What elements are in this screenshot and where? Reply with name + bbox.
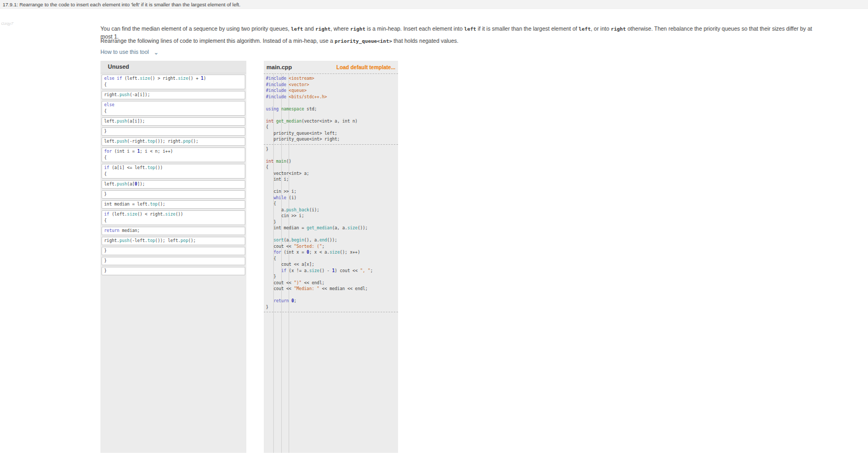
code-block[interactable]: right.push(-left.top()); left.pop(); [101, 237, 245, 245]
code-line: right.push(-left.top()); left.pop(); [104, 238, 243, 244]
code-line: while (i) [266, 195, 398, 201]
code-block[interactable]: else if (left.size() > right.size() + 1)… [101, 75, 245, 89]
inline-code: priority_queue<int> [335, 38, 392, 44]
code-line [266, 292, 398, 299]
code-block[interactable]: else{ [101, 101, 245, 116]
code-line: else if (left.size() > right.size() + 1) [104, 76, 243, 82]
code-block[interactable]: left.push(-right.top()); right.pop(); [101, 137, 245, 146]
code-line: using namespace std; [266, 106, 398, 113]
code-line [266, 231, 398, 238]
code-line: return 0; [266, 298, 398, 304]
code-line: return median; [104, 228, 243, 234]
code-line: cin >> i; [266, 189, 398, 195]
code-block[interactable]: } [101, 257, 245, 265]
inline-code: right [350, 26, 366, 32]
code-line: a.push_back(i); [266, 207, 398, 213]
code-line: } [104, 191, 243, 198]
inline-code: left [464, 26, 476, 32]
how-to-use-toggle[interactable]: How to use this tool⌄ [100, 49, 159, 55]
code-line: left.push(-right.top()); right.pop(); [104, 138, 243, 145]
watermark: Gzqy7 [1, 21, 13, 26]
editor-header: main.cpp Load default template... [264, 61, 398, 73]
code-line: cout << ")" << endl; [266, 280, 398, 286]
activity-title: 17.9.1: Rearrange to the code to insert … [3, 2, 241, 7]
code-line: if (left.size() < right.size()) [104, 211, 243, 218]
chevron-down-icon: ⌄ [154, 49, 159, 56]
editor-panel: main.cpp Load default template... #inclu… [264, 61, 398, 453]
code-line: } [104, 248, 243, 254]
code-line: #include <bits/stdc++.h> [266, 94, 398, 100]
code-line: int median = left.top(); [104, 201, 243, 208]
code-block[interactable]: left.push(a[i]); [101, 117, 245, 126]
code-block[interactable]: if (a[i] <= left.top()){ [101, 164, 245, 179]
code-line: for (int x = 0; x < a.size(); x++) [266, 249, 398, 256]
code-line [266, 100, 398, 106]
how-to-use-label: How to use this tool [100, 49, 149, 55]
text-segment: and [303, 25, 315, 32]
code-line: if (a[i] <= left.top()) [104, 165, 243, 171]
code-block[interactable]: left.push(a[0]); [101, 180, 245, 189]
code-block[interactable]: } [101, 127, 245, 136]
inline-code: left [579, 26, 591, 32]
code-line: cout << "Median: " << median << endl; [266, 286, 398, 292]
text-segment: Rearrange the following lines of code to… [100, 38, 335, 44]
code-line: int median = get_median(a, a.size()); [266, 225, 398, 231]
code-line: } [266, 304, 398, 311]
code-line: left.push(a[0]); [104, 181, 243, 188]
text-segment: if it is smaller than the largest elemen… [476, 25, 579, 32]
code-block[interactable]: int median = left.top(); [101, 200, 245, 209]
code-line: { [266, 124, 398, 131]
code-line: { [266, 256, 398, 262]
code-line [266, 112, 398, 118]
code-line: { [266, 164, 398, 171]
code-line: #include <vector> [266, 82, 398, 88]
inline-code: left [291, 26, 303, 32]
code-line: { [104, 155, 243, 161]
code-block[interactable]: for (int i = 1; i < n; i++){ [101, 147, 245, 162]
code-line: priority_queue<int> left; [266, 131, 398, 137]
code-line: else [104, 102, 243, 108]
code-line: int i; [266, 176, 398, 183]
code-block[interactable]: return median; [101, 227, 245, 235]
code-line: int get_median(vector<int> a, int n) [266, 118, 398, 125]
code-line: left.push(a[i]); [104, 118, 243, 125]
code-line: } [266, 219, 398, 226]
editor-drop-area[interactable]: #include <iostream>#include <vector>#inc… [264, 73, 398, 453]
load-default-template-link[interactable]: Load default template... [336, 64, 395, 70]
text-segment: , where [330, 25, 350, 32]
code-line: } [104, 258, 243, 264]
code-line [266, 152, 398, 159]
exercise-page: 17.9.1: Rearrange to the code to insert … [0, 0, 868, 474]
text-segment: , or into [590, 25, 611, 32]
activity-title-bar: 17.9.1: Rearrange to the code to insert … [0, 0, 868, 9]
code-line: priority_queue<int> right; [266, 136, 398, 143]
code-line: { [266, 201, 398, 207]
code-block[interactable]: } [101, 247, 245, 255]
code-line: cout << a[x]; [266, 262, 398, 268]
code-line: #include <queue> [266, 88, 398, 94]
code-block[interactable]: } [101, 267, 245, 275]
code-line: } [266, 146, 398, 153]
code-block[interactable]: right.push(-a[i]); [101, 91, 245, 99]
fixed-code-section: #include <iostream>#include <vector>#inc… [264, 74, 398, 144]
code-block[interactable]: } [101, 190, 245, 199]
code-line: #include <iostream> [266, 76, 398, 82]
code-line: sort(a.begin(), a.end()); [266, 237, 398, 244]
code-block[interactable]: if (left.size() < right.size()){ [101, 210, 245, 225]
code-line: for (int i = 1; i < n; i++) [104, 148, 243, 155]
inline-code: right [611, 26, 626, 32]
text-segment: You can find the median element of a seq… [100, 25, 291, 32]
drop-region-divider [264, 312, 398, 312]
code-line: { [104, 218, 243, 224]
code-line: cout << "Sorted: ("; [266, 244, 398, 250]
instructions-paragraph-2: Rearrange the following lines of code to… [100, 37, 825, 45]
text-segment: is a min-heap. Insert each element into [365, 25, 464, 32]
code-line: cin >> i; [266, 213, 398, 219]
inline-code: right [316, 26, 331, 32]
unused-blocks-list: else if (left.size() > right.size() + 1)… [100, 73, 246, 278]
unused-panel-header: Unused [100, 61, 246, 73]
code-line: if (x != a.size() - 1) cout << ", "; [266, 268, 398, 274]
code-line: } [104, 128, 243, 135]
fixed-code-section: } int main(){ vector<int> a; int i; cin … [264, 145, 398, 312]
unused-panel: Unused else if (left.size() > right.size… [100, 61, 246, 453]
